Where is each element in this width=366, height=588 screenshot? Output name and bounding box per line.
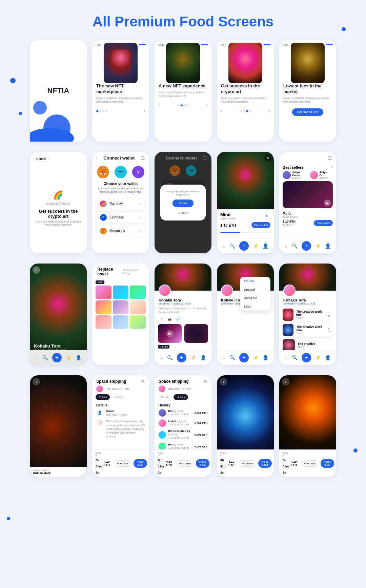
drop-add[interactable]: +: [239, 353, 249, 362]
skip-button-3[interactable]: Skip: [220, 43, 226, 47]
grid-img-9[interactable]: [130, 315, 146, 329]
skip-button-4[interactable]: Skip: [283, 43, 289, 47]
tab-history-2[interactable]: History: [174, 394, 188, 400]
shipping-avatar-1: [96, 385, 103, 392]
sellers-home-icon[interactable]: ⌂: [285, 243, 287, 249]
blue-purchase-button[interactable]: Purchase: [239, 460, 256, 467]
blue-bid-button[interactable]: Place a bid: [258, 459, 272, 468]
rainbow-wallet-name: Rainbow: [109, 202, 140, 206]
grid-img-2[interactable]: [113, 286, 129, 299]
full-art-profile[interactable]: 👤: [76, 355, 81, 360]
hist-purchase-button[interactable]: Purchase: [176, 460, 194, 467]
details-purchase-button[interactable]: Purchase: [114, 460, 131, 467]
nav-arrow-3[interactable]: ›: [269, 109, 270, 113]
nav-dot: [240, 110, 242, 112]
twitter-icon[interactable]: 𝕏: [159, 316, 165, 322]
grid-img-3[interactable]: [130, 286, 146, 299]
best-sellers-menu[interactable]: ☰: [328, 155, 332, 161]
row3-profile: ‹ Kohaku Tora @kohnao · Osaka11, 0x25 ⌂ …: [0, 260, 366, 369]
grid-img-1[interactable]: [96, 286, 111, 299]
dropdown-about[interactable]: About me: [240, 294, 270, 302]
modal-open-button[interactable]: Open: [172, 200, 194, 207]
drop-home[interactable]: ⌂: [222, 355, 225, 360]
dropdown-on-sale[interactable]: On sale: [240, 277, 270, 286]
grid-img-7[interactable]: [96, 315, 111, 329]
nav-back-2[interactable]: ‹: [159, 103, 160, 107]
orange-art-back[interactable]: ‹: [282, 378, 289, 385]
search-nav-icon[interactable]: 🔍: [229, 243, 235, 249]
list-search[interactable]: 🔍: [292, 355, 298, 360]
add-nav-button[interactable]: +: [239, 241, 249, 251]
profile-bottom-nav: ⌂ 🔍 + ⚡ 👤: [155, 350, 211, 365]
tab-details[interactable]: Details: [96, 394, 110, 400]
place-bid-button[interactable]: Place a bid: [251, 222, 270, 228]
orange-purchase-button[interactable]: Purchase: [301, 460, 319, 467]
sellers-profile-icon[interactable]: 👤: [325, 243, 331, 249]
hist-bid-button[interactable]: Place a bid: [196, 459, 209, 468]
progress-fill: [220, 232, 240, 233]
full-art-search[interactable]: 🔍: [42, 355, 48, 360]
sellers-bid-button[interactable]: Place a bid: [314, 220, 333, 226]
drop-search[interactable]: 🔍: [229, 355, 235, 360]
grid-img-8[interactable]: [113, 315, 129, 329]
dropdown-liked[interactable]: Liked: [240, 302, 270, 311]
dark-art-back[interactable]: ‹: [33, 378, 40, 385]
grid-img-5[interactable]: [113, 300, 129, 314]
skip-button-2[interactable]: Skip: [158, 43, 164, 47]
drop-profile[interactable]: 👤: [263, 355, 268, 360]
modal-cancel-button[interactable]: Cancel: [178, 211, 188, 214]
art-back-button[interactable]: ‹: [33, 266, 40, 274]
coinbase-option[interactable]: C Coinbase ›: [96, 211, 146, 224]
nav-arrow-2[interactable]: ›: [206, 103, 207, 107]
tab-details-2[interactable]: Details: [158, 394, 172, 400]
orange-bid-button[interactable]: Place a bid: [321, 459, 334, 468]
wallet-back-light[interactable]: ‹: [96, 156, 97, 160]
drop-activity[interactable]: ⚡: [253, 355, 259, 360]
sellers-activity-icon[interactable]: ⚡: [315, 243, 321, 249]
sellers-add-button[interactable]: +: [302, 241, 311, 251]
prof-profile[interactable]: 👤: [200, 355, 206, 360]
details-bid-button[interactable]: Place a bid: [134, 459, 147, 468]
list-home[interactable]: ⌂: [285, 355, 287, 360]
art-thumb-2[interactable]: [184, 324, 208, 343]
instagram-icon[interactable]: 📷: [167, 316, 173, 322]
blue-art-back[interactable]: ‹: [220, 378, 227, 385]
list-activity[interactable]: ⚡: [315, 355, 321, 360]
full-art-home[interactable]: ⌂: [35, 355, 38, 360]
get-started-button[interactable]: Get started now: [292, 108, 323, 116]
grid-img-6[interactable]: [130, 300, 146, 314]
prof-home[interactable]: ⌂: [160, 355, 163, 360]
nft-close-button[interactable]: ✕: [264, 154, 271, 161]
link-icon[interactable]: 🔗: [175, 316, 181, 322]
home-nav-icon[interactable]: ⌂: [222, 243, 225, 249]
skip-button-1[interactable]: Skip: [96, 43, 102, 47]
prof-add[interactable]: +: [177, 353, 186, 362]
rainbow-option[interactable]: 🌈 Rainbow ›: [96, 198, 146, 210]
cancel-button[interactable]: Cancel: [33, 156, 49, 162]
play-button-sellers[interactable]: ▶: [324, 200, 331, 206]
shipping-close-1[interactable]: ✕: [141, 379, 145, 384]
nav-back-3[interactable]: ‹: [221, 109, 222, 113]
nft-expand-button[interactable]: ↗: [262, 212, 270, 220]
list-add[interactable]: +: [302, 353, 311, 362]
nav-arrow-1[interactable]: ›: [144, 109, 145, 113]
prof-activity[interactable]: ⚡: [190, 355, 196, 360]
sellers-search-icon[interactable]: 🔍: [292, 243, 298, 249]
activity-nav-icon[interactable]: ⚡: [253, 243, 259, 249]
wallet-menu-light[interactable]: ☰: [141, 155, 145, 161]
dropdown-created[interactable]: Created: [240, 286, 270, 294]
thumb-play-1[interactable]: ▶: [158, 324, 182, 343]
grid-img-4[interactable]: [96, 300, 111, 314]
shipping-close-2[interactable]: ✕: [203, 379, 207, 384]
decorative-dot-2: [10, 78, 16, 83]
profile-nav-icon[interactable]: 👤: [263, 243, 268, 249]
tab-history-1[interactable]: History: [111, 394, 126, 400]
creative-thumb-3: [283, 339, 295, 351]
art-thumb-1[interactable]: ▶: [158, 324, 182, 343]
list-profile[interactable]: 👤: [325, 355, 331, 360]
full-art-activity[interactable]: ⚡: [66, 355, 72, 360]
prof-search[interactable]: 🔍: [167, 355, 173, 360]
best-sellers-more-link[interactable]: ›: [332, 166, 333, 169]
full-art-add[interactable]: +: [52, 353, 62, 362]
metamask-option[interactable]: 🦊 Metamask ›: [96, 225, 146, 237]
